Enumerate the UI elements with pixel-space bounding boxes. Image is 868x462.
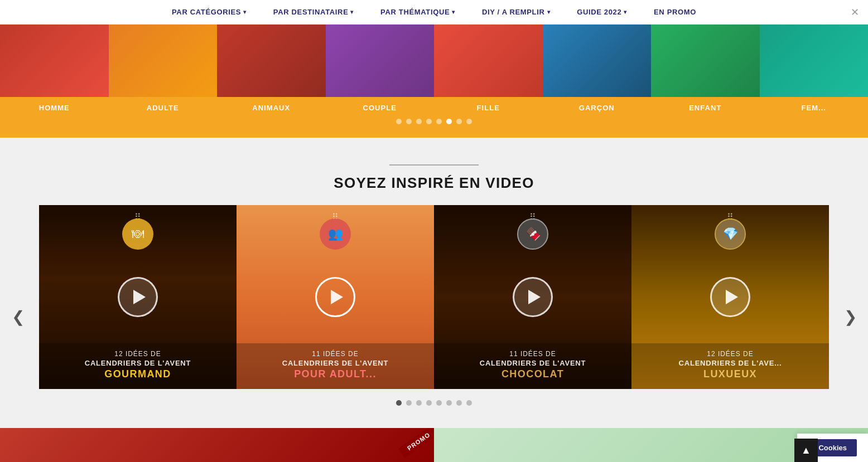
video-caption: 12 IDÉES DE CALENDRIERS DE L'AVE... LUXU… [631, 343, 829, 389]
video-dot-2[interactable] [406, 400, 412, 406]
hero-label-couple: COUPLE [326, 104, 435, 112]
nav-label: EN PROMO [654, 8, 696, 16]
section-title-area: SOYEZ INSPIRÉ EN VIDEO [0, 138, 868, 205]
video-name: POUR ADULT... [241, 368, 430, 380]
hero-item-homme[interactable] [0, 25, 109, 97]
video-dot-4[interactable] [426, 400, 432, 406]
video-dot-5[interactable] [436, 400, 442, 406]
play-button[interactable] [513, 277, 553, 317]
nav-diy[interactable]: DIY / A REMPLIR ▾ [482, 8, 550, 16]
hero-dot-4[interactable] [426, 119, 432, 124]
video-dot-8[interactable] [466, 400, 472, 406]
nav-par-thematique[interactable]: PAR THÉMATIQUE ▾ [380, 8, 455, 16]
hero-item-enfant[interactable] [651, 25, 760, 97]
chevron-down-icon: ▾ [624, 9, 627, 15]
hero-images [0, 25, 868, 97]
up-arrow-icon: ▲ [801, 445, 811, 456]
video-dot-3[interactable] [416, 400, 422, 406]
video-card-chocolat[interactable]: ⠿ 🍫 11 IDÉES DE CALENDRIERS DE L'AVENT C… [434, 205, 631, 389]
nav-label: PAR CATÉGORIES [172, 8, 241, 16]
hero-label-garcon: GARÇON [543, 104, 652, 112]
nav-label: DIY / A REMPLIR [482, 8, 545, 16]
hero-dot-3[interactable] [416, 119, 422, 124]
section-title: SOYEZ INSPIRÉ EN VIDEO [0, 174, 868, 192]
video-caption: 11 IDÉES DE CALENDRIERS DE L'AVENT CHOCO… [434, 343, 631, 389]
play-button[interactable] [315, 277, 355, 317]
play-button[interactable] [118, 277, 158, 317]
chevron-down-icon: ▾ [452, 9, 455, 15]
nav-label: GUIDE 2022 [577, 8, 621, 16]
video-main: CALENDRIERS DE L'AVENT [44, 359, 232, 367]
food-category-icon: 🍽 [122, 218, 153, 250]
nav-guide[interactable]: GUIDE 2022 ▾ [577, 8, 627, 16]
video-name: CHOCOLAT [438, 368, 627, 380]
video-carousel-prev[interactable]: ❮ [7, 305, 29, 328]
hero-dots [0, 112, 868, 124]
hero-item-animaux[interactable] [217, 25, 326, 97]
nav-par-destinataire[interactable]: PAR DESTINATAIRE ▾ [273, 8, 354, 16]
couple-category-icon: 👥 [320, 218, 351, 250]
hero-label-fille: FILLE [434, 104, 543, 112]
hero-label-adulte: ADULTE [109, 104, 218, 112]
video-subtitle: 12 IDÉES DE [44, 350, 232, 358]
hero-item-couple[interactable] [326, 25, 435, 97]
chevron-down-icon: ▾ [350, 9, 354, 15]
video-main: CALENDRIERS DE L'AVENT [438, 359, 627, 367]
video-card-luxueux[interactable]: ⠿ 💎 12 IDÉES DE CALENDRIERS DE L'AVE... … [631, 205, 829, 389]
video-carousel-next[interactable]: ❯ [839, 305, 861, 328]
video-caption: 11 IDÉES DE CALENDRIERS DE L'AVENT POUR … [237, 343, 434, 389]
nav-label: PAR THÉMATIQUE [380, 8, 450, 16]
play-button[interactable] [710, 277, 750, 317]
section-divider [389, 164, 479, 166]
hero-labels: HOMME ADULTE ANIMAUX COUPLE FILLE GARÇON… [0, 97, 868, 112]
video-name: GOURMAND [44, 368, 232, 380]
video-dot-6[interactable] [446, 400, 452, 406]
hero-dot-6[interactable] [446, 119, 452, 124]
hero-label-femme: FEM... [760, 104, 869, 112]
nav-label: PAR DESTINATAIRE [273, 8, 349, 16]
video-subtitle: 11 IDÉES DE [438, 350, 627, 358]
hero-label-animaux: ANIMAUX [217, 104, 326, 112]
video-main: CALENDRIERS DE L'AVENT [241, 359, 430, 367]
main-nav: PAR CATÉGORIES ▾ PAR DESTINATAIRE ▾ PAR … [0, 0, 868, 25]
chevron-down-icon: ▾ [547, 9, 551, 15]
chevron-down-icon: ▾ [243, 9, 247, 15]
promo-ribbon: PROMO [398, 428, 434, 458]
video-card-adulte[interactable]: ⠿ 👥 11 IDÉES DE CALENDRIERS DE L'AVENT P… [237, 205, 434, 389]
hero-dot-1[interactable] [396, 119, 402, 124]
hero-item-fille[interactable] [434, 25, 543, 97]
hero-carousel: HOMME ADULTE ANIMAUX COUPLE FILLE GARÇON… [0, 25, 868, 138]
video-main: CALENDRIERS DE L'AVE... [636, 359, 824, 367]
promo-card[interactable]: PROMO [0, 428, 434, 462]
nav-par-categories[interactable]: PAR CATÉGORIES ▾ [172, 8, 247, 16]
video-name: LUXUEUX [636, 368, 824, 380]
video-dot-1[interactable] [396, 400, 402, 406]
luxe-category-icon: 💎 [715, 218, 746, 250]
video-subtitle: 11 IDÉES DE [241, 350, 430, 358]
video-carousel-wrapper: ❮ ❯ ⠿ 🍽 12 IDÉES DE CALENDRIERS DE L'AVE… [0, 205, 868, 428]
video-dots [0, 389, 868, 406]
video-carousel: ⠿ 🍽 12 IDÉES DE CALENDRIERS DE L'AVENT G… [0, 205, 868, 389]
hero-item-garcon[interactable] [543, 25, 652, 97]
video-dot-7[interactable] [456, 400, 462, 406]
hero-label-homme: HOMME [0, 104, 109, 112]
hero-dot-2[interactable] [406, 119, 412, 124]
video-subtitle: 12 IDÉES DE [636, 350, 824, 358]
nav-en-promo[interactable]: EN PROMO [654, 8, 696, 16]
hero-dot-8[interactable] [466, 119, 472, 124]
hero-item-adulte[interactable] [109, 25, 218, 97]
hero-dot-5[interactable] [436, 119, 442, 124]
bottom-cards: PROMO [0, 428, 868, 462]
hero-item-femme[interactable] [760, 25, 869, 97]
scroll-to-top-button[interactable]: ▲ [794, 439, 818, 462]
video-card-gourmand[interactable]: ⠿ 🍽 12 IDÉES DE CALENDRIERS DE L'AVENT G… [39, 205, 237, 389]
video-caption: 12 IDÉES DE CALENDRIERS DE L'AVENT GOURM… [39, 343, 237, 389]
hero-dot-7[interactable] [456, 119, 462, 124]
choco-category-icon: 🍫 [517, 218, 548, 250]
close-icon[interactable]: ✕ [851, 6, 859, 18]
hero-label-enfant: ENFANT [651, 104, 760, 112]
